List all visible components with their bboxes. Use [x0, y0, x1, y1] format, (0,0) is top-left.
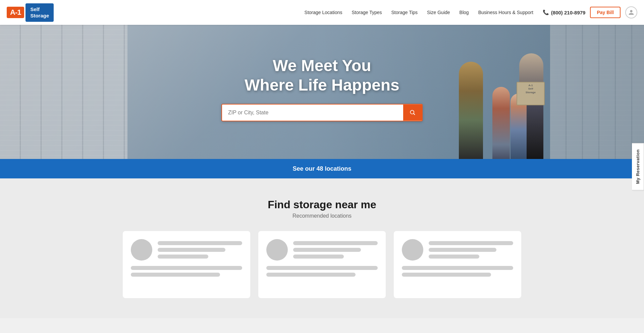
card-line [293, 255, 344, 259]
locations-banner-text[interactable]: See our 48 locations [292, 165, 351, 172]
card-line [429, 241, 513, 245]
card-line [158, 241, 242, 245]
card-line [266, 273, 356, 277]
card-line [131, 266, 242, 270]
card-top [266, 239, 378, 261]
card-line [131, 273, 220, 277]
logo-text: Self Storage [25, 3, 54, 22]
card-line [402, 266, 513, 270]
card-avatar [402, 239, 423, 261]
logo-badge: A-1 [7, 7, 24, 18]
search-icon [409, 109, 416, 116]
card-top [402, 239, 513, 261]
section-title: Find storage near me [7, 199, 637, 211]
main-nav: Storage Locations Storage Types Storage … [305, 10, 533, 15]
section-subtitle: Recommended locations [7, 213, 637, 219]
logo-link[interactable]: A-1 Self Storage [7, 3, 54, 22]
nav-size-guide[interactable]: Size Guide [427, 10, 450, 15]
locations-banner[interactable]: See our 48 locations [0, 159, 644, 178]
header: A-1 Self Storage Storage Locations Stora… [0, 0, 644, 25]
card-avatar [131, 239, 152, 261]
card-line [293, 248, 361, 252]
header-right: 📞 (800) 210-8979 Pay Bill [543, 6, 637, 18]
search-bar [221, 104, 423, 121]
hero-section: A-1SelfStorage We Meet You Where Life Ha… [0, 25, 644, 159]
card-line [266, 266, 378, 270]
card-text-lines [158, 239, 242, 259]
card-bottom-lines [266, 266, 378, 277]
card-line [158, 255, 208, 259]
card-text-lines [293, 239, 378, 259]
phone-link[interactable]: 📞 (800) 210-8979 [543, 9, 586, 15]
card-bottom-lines [131, 266, 242, 277]
nav-business-hours[interactable]: Business Hours & Support [478, 10, 533, 15]
phone-number: (800) 210-8979 [551, 10, 586, 15]
pay-bill-button[interactable]: Pay Bill [590, 7, 621, 18]
nav-blog[interactable]: Blog [460, 10, 469, 15]
card-line [293, 241, 378, 245]
main-content: Find storage near me Recommended locatio… [0, 178, 644, 318]
hero-title: We Meet You Where Life Happens [221, 56, 423, 95]
card-line [158, 248, 225, 252]
phone-icon: 📞 [543, 9, 549, 15]
user-icon[interactable] [625, 6, 637, 18]
nav-storage-locations[interactable]: Storage Locations [305, 10, 342, 15]
my-reservation-tab[interactable]: My Reservation [632, 143, 644, 190]
location-cards-row [114, 231, 530, 298]
nav-storage-types[interactable]: Storage Types [352, 10, 382, 15]
card-avatar [266, 239, 288, 261]
search-button[interactable] [403, 105, 422, 121]
card-bottom-lines [402, 266, 513, 277]
card-line [429, 255, 479, 259]
card-top [131, 239, 242, 261]
card-line [429, 248, 496, 252]
hero-content: We Meet You Where Life Happens [221, 56, 423, 121]
location-card[interactable] [394, 231, 521, 298]
location-card[interactable] [258, 231, 386, 298]
card-text-lines [429, 239, 513, 259]
card-line [402, 273, 491, 277]
search-input[interactable] [222, 105, 403, 121]
nav-storage-tips[interactable]: Storage Tips [391, 10, 418, 15]
location-card[interactable] [123, 231, 250, 298]
